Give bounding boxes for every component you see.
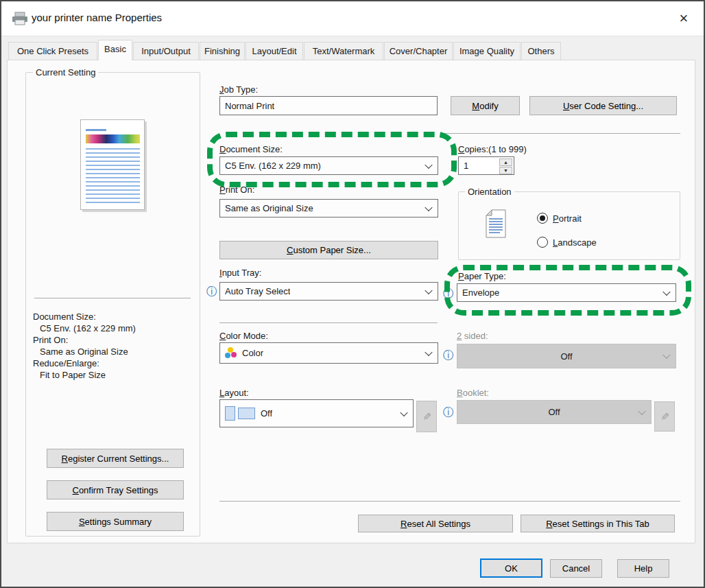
tab-image-quality[interactable]: Image Quality <box>453 42 521 60</box>
print-on-label: Print On: <box>219 185 254 195</box>
tab-others[interactable]: Others <box>521 42 561 60</box>
chevron-down-icon <box>425 286 432 294</box>
layout-portrait-page-icon <box>225 406 235 421</box>
confirm-tray-settings-button[interactable]: Confirm Tray Settings <box>47 480 184 499</box>
summary-document-size-label: Document Size: <box>33 311 96 322</box>
ok-button[interactable]: OK <box>480 558 542 578</box>
reset-settings-in-this-tab-button[interactable]: Reset Settings in This Tab <box>521 515 675 532</box>
left-panel-divider <box>34 298 191 298</box>
modify-button[interactable]: Modify <box>451 96 520 115</box>
color-mode-select[interactable]: Color <box>219 342 438 364</box>
copies-decrement-button[interactable]: ▼ <box>499 167 512 174</box>
tab-layout-edit[interactable]: Layout/Edit <box>246 42 303 60</box>
tab-one-click-presets[interactable]: One Click Presets <box>8 42 97 60</box>
document-preview <box>80 119 145 210</box>
color-mode-value: Color <box>242 348 263 358</box>
booklet-label: Booklet: <box>457 388 489 398</box>
register-current-settings-button[interactable]: Register Current Settings... <box>47 449 184 468</box>
cancel-button[interactable]: Cancel <box>550 559 602 578</box>
chevron-down-icon <box>662 351 670 359</box>
layout-select[interactable]: Off <box>219 399 414 427</box>
preview-heading-line <box>86 129 106 131</box>
chevron-down-icon <box>425 203 432 211</box>
close-button[interactable]: × <box>668 1 700 36</box>
landscape-radio-label[interactable]: Landscape <box>553 237 597 248</box>
summary-print-on-value: Same as Original Size <box>40 346 128 357</box>
summary-print-on-label: Print On: <box>33 335 68 345</box>
booklet-select: Off <box>457 400 652 424</box>
settings-summary-button[interactable]: Settings Summary <box>47 512 184 531</box>
layout-label: Layout: <box>219 388 249 398</box>
user-code-setting-button[interactable]: User Code Setting... <box>529 96 677 115</box>
booklet-value: Off <box>548 407 560 417</box>
pencil-icon: ✎ <box>658 412 671 421</box>
title-bar: your printer name Properties × <box>1 1 704 36</box>
input-tray-select[interactable]: Auto Tray Select <box>219 282 438 301</box>
custom-paper-size-button[interactable]: Custom Paper Size... <box>219 241 438 259</box>
printer-icon <box>12 12 28 27</box>
two-sided-value: Off <box>560 351 572 362</box>
booklet-edit-button: ✎ <box>654 401 675 432</box>
current-setting-title: Current Setting <box>33 67 98 78</box>
summary-document-size-value: C5 Env. (162 x 229 mm) <box>40 323 136 333</box>
portrait-radio[interactable] <box>537 213 548 224</box>
layout-edit-button: ✎ <box>416 401 437 432</box>
two-sided-label: 2 sided: <box>457 331 488 341</box>
job-type-select[interactable]: Normal Print <box>219 96 438 115</box>
printer-properties-dialog: your printer name Properties × One Click… <box>0 0 705 588</box>
window-title: your printer name Properties <box>32 12 162 23</box>
portrait-radio-label[interactable]: Portrait <box>553 213 582 224</box>
orientation-label: Orientation <box>465 187 514 197</box>
chevron-down-icon <box>425 348 432 355</box>
paper-type-select[interactable]: Envelope <box>457 283 676 302</box>
print-on-value: Same as Original Size <box>225 203 313 213</box>
help-button[interactable]: Help <box>617 559 669 578</box>
chevron-down-icon <box>638 407 645 414</box>
tab-basic[interactable]: Basic <box>98 40 132 60</box>
job-type-label: Job Type: <box>219 84 258 95</box>
copies-increment-button[interactable]: ▲ <box>499 158 512 166</box>
print-on-select[interactable]: Same as Original Size <box>219 199 438 217</box>
paper-type-label: Paper Type: <box>458 271 506 281</box>
copies-input[interactable]: 1 ▲ ▼ <box>458 156 514 175</box>
arrow-up-icon: ▲ <box>503 160 508 165</box>
landscape-radio[interactable] <box>537 237 548 248</box>
color-mode-icon <box>225 347 237 359</box>
copies-label: Copies:(1 to 999) <box>458 144 527 154</box>
document-size-select[interactable]: C5 Env. (162 x 229 mm) <box>219 156 438 175</box>
tab-finishing[interactable]: Finishing <box>200 42 245 60</box>
layout-value: Off <box>261 408 272 419</box>
chevron-down-icon <box>400 408 407 416</box>
section-divider-bottom <box>219 501 680 502</box>
summary-reduce-enlarge-value: Fit to Paper Size <box>40 370 106 380</box>
two-sided-select: Off <box>457 344 676 368</box>
chevron-down-icon <box>662 287 670 295</box>
two-sided-info-icon[interactable]: ⓘ <box>443 350 454 361</box>
tab-text-watermark[interactable]: Text/Watermark <box>304 42 383 60</box>
reset-all-settings-button[interactable]: Reset All Settings <box>358 515 513 532</box>
job-type-value: Normal Print <box>225 101 274 111</box>
color-mode-label: Color Mode: <box>219 331 268 341</box>
pencil-icon: ✎ <box>420 412 433 421</box>
close-icon: × <box>680 10 689 27</box>
tab-cover-chapter[interactable]: Cover/Chapter <box>384 42 453 60</box>
preview-color-band <box>86 134 140 143</box>
layout-landscape-page-icon <box>238 408 255 419</box>
arrow-down-icon: ▼ <box>503 168 508 173</box>
section-divider-top <box>440 133 680 134</box>
paper-type-info-icon[interactable]: ⓘ <box>443 288 454 299</box>
chevron-down-icon <box>425 161 432 168</box>
copies-value: 1 <box>464 161 468 171</box>
document-size-label: Document Size: <box>219 144 283 154</box>
preview-text-lines <box>86 148 140 206</box>
input-tray-value: Auto Tray Select <box>225 286 290 296</box>
document-size-value: C5 Env. (162 x 229 mm) <box>225 161 321 171</box>
tab-input-output[interactable]: Input/Output <box>133 42 199 60</box>
input-tray-label: Input Tray: <box>219 268 261 278</box>
input-tray-info-icon[interactable]: ⓘ <box>206 286 217 297</box>
section-divider-middle <box>219 322 438 323</box>
booklet-info-icon[interactable]: ⓘ <box>443 407 454 418</box>
paper-type-value: Envelope <box>462 287 499 298</box>
radio-selected-dot <box>540 215 545 221</box>
orientation-page-icon <box>486 209 506 240</box>
